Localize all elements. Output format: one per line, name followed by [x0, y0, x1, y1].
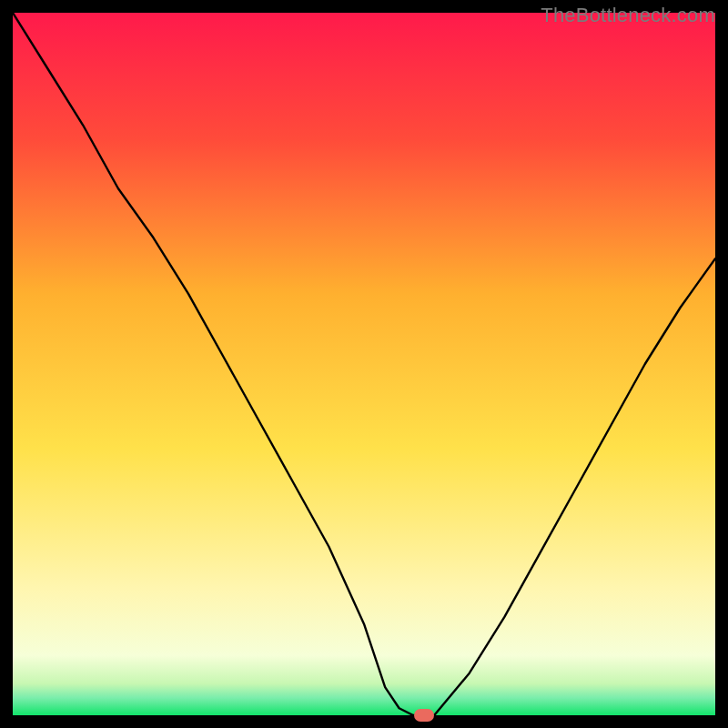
chart-gradient-bg [13, 13, 715, 715]
watermark-text: TheBottleneck.com [541, 4, 715, 27]
chart-frame: TheBottleneck.com [0, 0, 728, 728]
chart-svg [13, 13, 715, 715]
bottleneck-marker [414, 709, 434, 722]
chart-plot-area [13, 13, 715, 715]
